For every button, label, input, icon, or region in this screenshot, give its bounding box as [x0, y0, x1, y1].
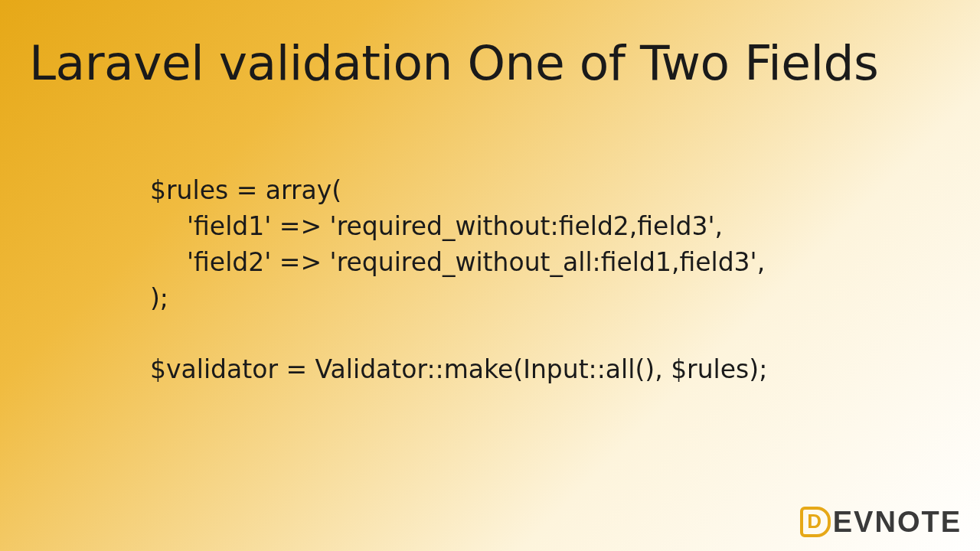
code-line-3: 'field2' => 'required_without_all:field1…: [150, 245, 767, 281]
code-line-4: );: [150, 281, 767, 317]
logo-d-icon: D: [800, 507, 831, 537]
page-title: Laravel validation One of Two Fields: [0, 0, 980, 91]
brand-logo: DEVNOTE: [800, 506, 962, 539]
code-blank-line: [150, 316, 767, 352]
code-line-2: 'field1' => 'required_without:field2,fie…: [150, 209, 767, 245]
code-line-1: $rules = array(: [150, 173, 767, 209]
code-line-5: $validator = Validator::make(Input::all(…: [150, 352, 767, 388]
logo-text: EVNOTE: [833, 506, 962, 539]
code-snippet: $rules = array( 'field1' => 'required_wi…: [150, 173, 767, 388]
